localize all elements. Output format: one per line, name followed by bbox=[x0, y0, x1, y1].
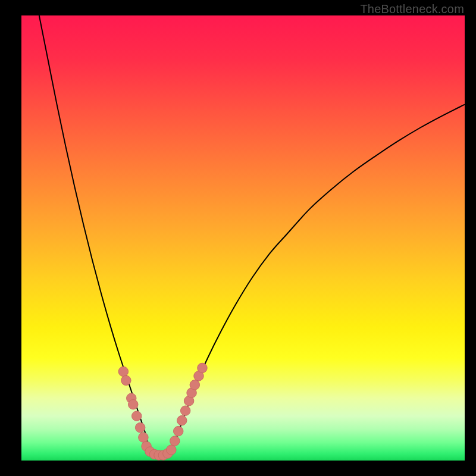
dot bbox=[174, 426, 183, 436]
plot-area bbox=[21, 15, 465, 461]
highlight-dots bbox=[118, 363, 207, 460]
dot bbox=[139, 433, 148, 442]
dot bbox=[180, 406, 190, 415]
dot bbox=[198, 363, 207, 372]
dot bbox=[131, 411, 141, 421]
watermark-text: TheBottleneck.com bbox=[360, 2, 464, 16]
dot bbox=[170, 436, 180, 446]
bottleneck-curve bbox=[39, 15, 465, 455]
outer-frame: TheBottleneck.com bbox=[0, 0, 476, 476]
dot bbox=[118, 367, 128, 376]
dot bbox=[190, 380, 199, 390]
chart-svg bbox=[21, 15, 465, 461]
dot bbox=[121, 375, 131, 385]
dot bbox=[135, 422, 145, 432]
dot bbox=[177, 415, 186, 425]
dot bbox=[167, 445, 176, 455]
dot bbox=[129, 400, 138, 409]
